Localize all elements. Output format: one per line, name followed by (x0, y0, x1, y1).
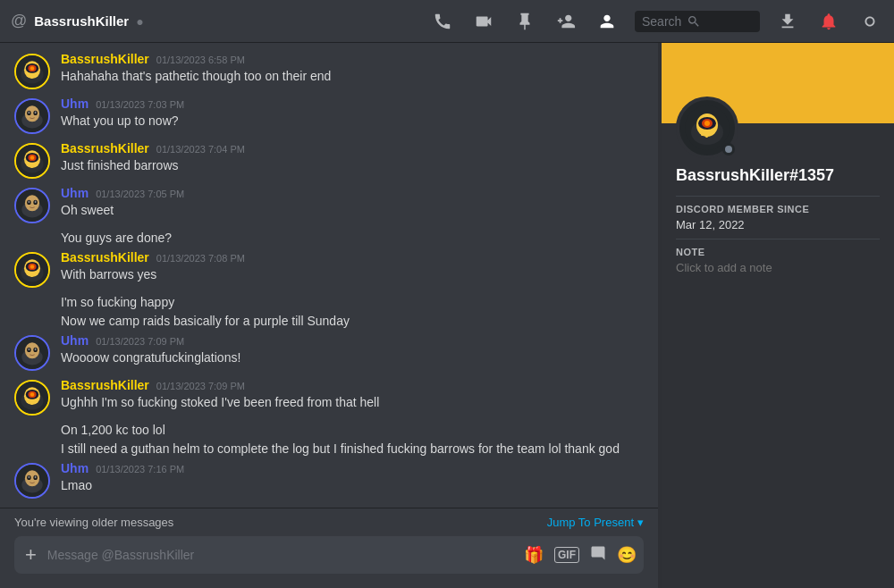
message-text: Woooow congratufuckinglations! (61, 349, 644, 367)
svg-point-62 (29, 476, 30, 479)
message-content: Uhm 01/13/2023 7:16 PM Lmao (61, 461, 644, 495)
message-group: BassrushKiller 01/13/2023 6:58 PM Hahaha… (0, 50, 658, 91)
emoji-icon[interactable]: 😊 (617, 545, 637, 565)
pins-button[interactable] (511, 8, 538, 35)
download-button[interactable] (774, 8, 801, 35)
svg-rect-24 (34, 163, 36, 166)
avatar (14, 380, 50, 416)
message-input[interactable] (47, 539, 517, 571)
message-content: BassrushKiller 01/13/2023 7:04 PM Just f… (61, 141, 644, 175)
username: BassrushKiller (61, 378, 149, 392)
profile-avatar-wrapper (662, 97, 894, 159)
top-bar-right: Search (429, 8, 883, 35)
svg-point-14 (29, 112, 30, 114)
avatar (14, 98, 50, 134)
timestamp: 01/13/2023 7:03 PM (96, 99, 184, 110)
username: BassrushKiller (61, 250, 149, 265)
timestamp: 01/13/2023 6:58 PM (156, 55, 245, 65)
message-text: What you up to now? (61, 113, 644, 130)
timestamp: 01/13/2023 7:09 PM (156, 381, 245, 391)
top-bar: @ BassrushKiller ● Search (0, 0, 894, 43)
jump-bar: You're viewing older messages Jump To Pr… (0, 508, 658, 536)
message-text: Ughhh I'm so fucking stoked I've been fr… (61, 394, 644, 412)
profile-panel: BassrushKiller#1357 DISCORD MEMBER SINCE… (662, 43, 894, 588)
svg-point-31 (35, 201, 37, 204)
search-icon (687, 14, 701, 29)
message-text: Just finished barrows (61, 157, 644, 175)
search-bar[interactable]: Search (635, 11, 760, 32)
svg-point-30 (29, 201, 30, 204)
add-friend-button[interactable] (552, 8, 579, 35)
note-input[interactable] (676, 261, 880, 288)
message-continuation: I'm so fucking happy (0, 293, 658, 313)
message-continuation: Now we camp raids basically for a purple… (0, 312, 658, 332)
message-group: BassrushKiller 01/13/2023 7:09 PM Ughhh … (0, 376, 658, 417)
svg-rect-55 (30, 399, 32, 404)
svg-rect-8 (34, 73, 36, 77)
message-header: Uhm 01/13/2023 7:03 PM (61, 97, 644, 111)
timestamp: 01/13/2023 7:05 PM (96, 189, 184, 199)
message-content: BassrushKiller 01/13/2023 7:09 PM Ughhh … (61, 378, 644, 412)
message-text: Hahahaha that's pathetic though too on t… (61, 68, 644, 86)
message-group: Uhm 01/13/2023 7:09 PM Woooow congratufu… (0, 332, 658, 373)
input-box: + 🎁 GIF 😊 (14, 536, 644, 574)
svg-point-37 (30, 265, 35, 269)
profile-divider-2 (676, 239, 880, 239)
username: Uhm (61, 186, 89, 200)
profile-divider (676, 196, 880, 197)
add-attachment-button[interactable]: + (21, 536, 40, 574)
member-since-value: Mar 12, 2022 (676, 218, 880, 231)
svg-rect-39 (30, 272, 32, 276)
message-group: BassrushKiller 01/13/2023 7:04 PM Just f… (0, 139, 658, 181)
profile-info: BassrushKiller#1357 DISCORD MEMBER SINCE… (662, 166, 894, 306)
message-group: Uhm 01/13/2023 7:16 PM Lmao (0, 459, 658, 500)
svg-point-53 (30, 392, 35, 397)
message-header: BassrushKiller 01/13/2023 7:04 PM (61, 141, 644, 155)
message-continuation: I still need a guthan helm to complete t… (0, 440, 658, 459)
message-group: Uhm 01/13/2023 7:05 PM Oh sweet (0, 184, 658, 225)
call-button[interactable] (429, 8, 456, 35)
svg-rect-23 (30, 164, 32, 168)
svg-point-46 (29, 348, 30, 350)
member-since-label: DISCORD MEMBER SINCE (676, 204, 880, 214)
username: Uhm (61, 333, 89, 348)
main-layout: BassrushKiller 01/13/2023 6:58 PM Hahaha… (0, 43, 894, 588)
message-header: Uhm 01/13/2023 7:16 PM (61, 461, 644, 475)
message-content: Uhm 01/13/2023 7:09 PM Woooow congratufu… (61, 333, 644, 367)
svg-rect-72 (710, 130, 713, 135)
message-content: BassrushKiller 01/13/2023 7:08 PM With b… (61, 250, 644, 284)
message-content: Uhm 01/13/2023 7:05 PM Oh sweet (61, 186, 644, 220)
timestamp: 01/13/2023 7:16 PM (96, 464, 184, 475)
chat-area: BassrushKiller 01/13/2023 6:58 PM Hahaha… (0, 43, 658, 588)
svg-rect-6 (28, 73, 30, 78)
profile-username: BassrushKiller#1357 (676, 166, 880, 185)
message-header: Uhm 01/13/2023 7:05 PM (61, 186, 644, 200)
settings-button[interactable] (856, 8, 883, 35)
svg-point-69 (704, 121, 710, 126)
username: Uhm (61, 97, 89, 111)
svg-point-15 (35, 112, 37, 114)
top-bar-left: @ BassrushKiller ● (11, 12, 422, 30)
username: BassrushKiller (61, 141, 149, 155)
verified-icon: ● (136, 14, 143, 29)
dm-icon: @ (11, 12, 27, 30)
message-content: BassrushKiller 01/13/2023 6:58 PM Hahaha… (61, 52, 644, 86)
inbox-button[interactable] (815, 8, 842, 35)
search-placeholder: Search (642, 14, 681, 29)
gift-icon[interactable]: 🎁 (524, 545, 544, 565)
note-label: NOTE (676, 247, 880, 257)
svg-rect-22 (28, 163, 30, 167)
jump-present-button[interactable]: Jump To Present ▾ (547, 516, 644, 529)
message-continuation: You guys are done? (0, 229, 658, 248)
input-area: + 🎁 GIF 😊 (0, 536, 658, 588)
sticker-icon[interactable] (590, 545, 606, 566)
svg-rect-40 (34, 271, 36, 274)
username: Uhm (61, 461, 89, 475)
video-button[interactable] (470, 8, 497, 35)
gif-icon[interactable]: GIF (554, 547, 579, 563)
message-continuation: On 1,200 kc too lol (0, 421, 658, 441)
profile-button[interactable] (594, 8, 620, 35)
svg-rect-7 (30, 74, 32, 79)
avatar (14, 54, 50, 89)
messages-container[interactable]: BassrushKiller 01/13/2023 6:58 PM Hahaha… (0, 43, 658, 508)
